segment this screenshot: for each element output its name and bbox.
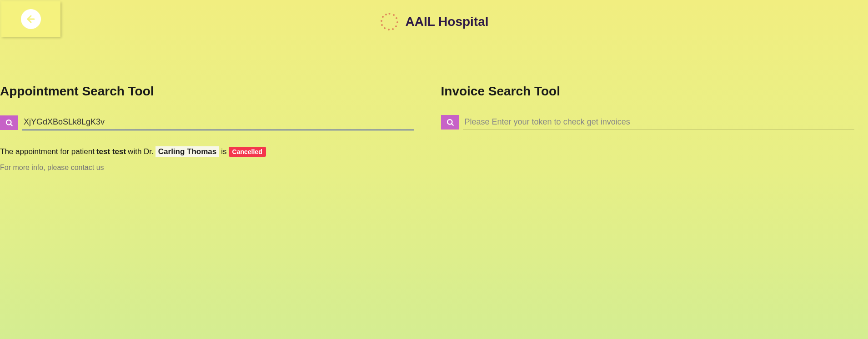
appointment-search-container <box>0 115 414 130</box>
svg-point-7 <box>388 29 390 30</box>
appointment-result-line: The appointment for patient test test wi… <box>0 146 414 157</box>
header: AAIL Hospital <box>0 0 868 32</box>
header-title: AAIL Hospital <box>405 15 488 29</box>
appointment-title: Appointment Search Tool <box>0 84 414 99</box>
result-info-text: For more info, please contact us <box>0 164 414 172</box>
invoice-search-button[interactable] <box>441 115 459 130</box>
svg-point-2 <box>393 14 395 16</box>
logo-icon <box>379 11 400 32</box>
svg-point-10 <box>381 20 382 22</box>
svg-point-3 <box>396 17 397 19</box>
svg-line-14 <box>10 124 12 126</box>
svg-point-6 <box>392 28 394 30</box>
invoice-search-container <box>441 115 855 130</box>
svg-point-5 <box>395 25 397 27</box>
appointment-search-input[interactable] <box>22 115 414 130</box>
svg-line-16 <box>452 124 453 125</box>
back-button-circle <box>21 9 41 29</box>
is-text: is <box>221 147 226 156</box>
svg-point-9 <box>381 24 383 26</box>
arrow-left-icon <box>25 14 36 25</box>
patient-name: test test <box>96 147 126 156</box>
appointment-section: Appointment Search Tool The appointment … <box>0 84 427 172</box>
search-icon <box>5 119 13 127</box>
back-button[interactable] <box>1 1 60 37</box>
svg-point-1 <box>389 13 391 15</box>
with-dr-text: with Dr. <box>128 147 154 156</box>
svg-point-8 <box>384 27 386 29</box>
svg-point-12 <box>385 14 387 15</box>
invoice-section: Invoice Search Tool <box>427 84 868 172</box>
appointment-search-button[interactable] <box>0 115 18 130</box>
appointment-result: The appointment for patient test test wi… <box>0 146 414 172</box>
svg-point-11 <box>382 16 384 18</box>
status-badge: Cancelled <box>229 147 266 157</box>
result-prefix: The appointment for patient <box>0 147 95 156</box>
search-icon <box>446 118 454 126</box>
invoice-title: Invoice Search Tool <box>441 84 855 99</box>
doctor-name: Carling Thomas <box>156 146 219 157</box>
invoice-search-input[interactable] <box>463 115 855 130</box>
svg-point-4 <box>396 21 398 23</box>
content-area: Appointment Search Tool The appointment … <box>0 84 868 172</box>
